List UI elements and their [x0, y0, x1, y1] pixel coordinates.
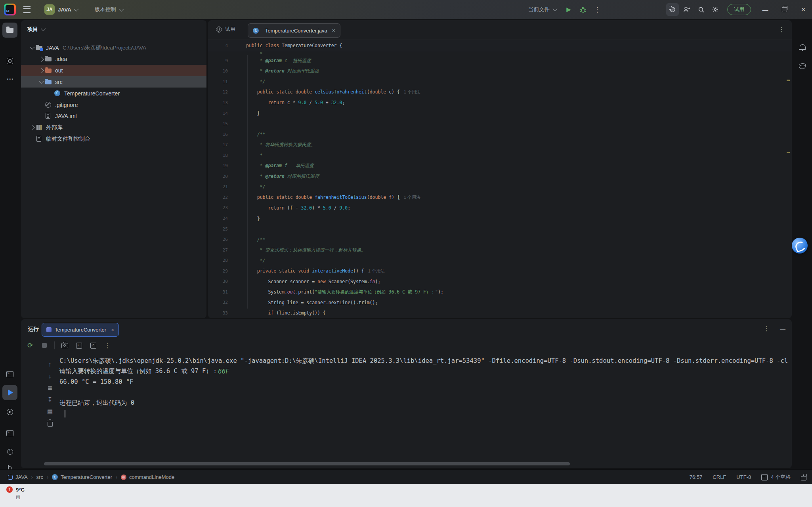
line-number[interactable]: 15 [208, 121, 233, 126]
code-line-23[interactable]: 23 return (f - 32.0) * 5.0 / 9.0; [208, 203, 792, 213]
caret-position[interactable]: 76:57 [690, 474, 703, 480]
settings-button[interactable] [709, 3, 722, 16]
more-run-actions-button[interactable]: ⋮ [591, 3, 604, 16]
tree-item-TemperatureConverter[interactable]: CTemperatureConverter [21, 88, 206, 99]
run-panel-hide-button[interactable]: — [780, 326, 785, 332]
code-line-21[interactable]: 21 */ [208, 182, 792, 193]
tree-item-.idea[interactable]: .idea [21, 53, 206, 65]
line-number[interactable]: 25 [208, 227, 233, 232]
line-number[interactable]: 14 [208, 111, 233, 116]
breadcrumb-item-JAVA[interactable]: JAVA [8, 474, 28, 480]
code-line-30[interactable]: 30 Scanner scanner = new Scanner(System.… [208, 276, 792, 287]
ai-assistant-button[interactable] [666, 3, 679, 16]
line-number[interactable]: 30 [208, 279, 233, 284]
code-line-26[interactable]: 26 /** [208, 234, 792, 245]
code-line-19[interactable]: 19 * @param f 华氏温度 [208, 161, 792, 172]
trial-badge[interactable]: 试用 [727, 4, 751, 15]
notifications-icon[interactable] [795, 40, 810, 55]
main-menu-button[interactable] [21, 3, 33, 16]
run-tool-icon[interactable] [2, 385, 17, 400]
code-line-18[interactable]: 18 * [208, 150, 792, 161]
line-number[interactable]: 9 [208, 58, 233, 63]
code-line-31[interactable]: 31 System.out.print("请输入要转换的温度与单位（例如 36.… [208, 287, 792, 297]
run-config-selector[interactable]: 当前文件 [528, 6, 557, 13]
open-in-editor-button[interactable] [88, 340, 98, 351]
scroll-up-button[interactable]: ↑ [44, 358, 56, 370]
print-button[interactable]: ▤ [44, 406, 56, 417]
line-number[interactable]: 29 [208, 269, 233, 274]
line-number[interactable]: 11 [208, 79, 233, 84]
line-number[interactable]: 4 [208, 43, 233, 48]
code-line-15[interactable]: 15 [208, 118, 792, 129]
code-line-28[interactable]: 28 */ [208, 255, 792, 266]
code-line-13[interactable]: 13 return c * 9.0 / 5.0 + 32.0; [208, 97, 792, 108]
breadcrumb-item-commandLineMode[interactable]: mcommandLineMode [121, 474, 174, 480]
tree-item-JAVA[interactable]: JAVAC:\Users\朱彦硕\IdeaProjects\JAVA [21, 42, 206, 53]
code-with-me-button[interactable] [680, 3, 693, 16]
line-number[interactable]: 28 [208, 258, 233, 263]
floating-assistant-button[interactable] [792, 238, 808, 254]
line-number[interactable]: 19 [208, 163, 233, 168]
line-number[interactable]: 24 [208, 216, 233, 221]
code-line-32[interactable]: 32 String line = scanner.nextLine().trim… [208, 297, 792, 308]
line-number[interactable]: 31 [208, 290, 233, 295]
tree-item-src[interactable]: src [21, 76, 206, 88]
services-tool-icon[interactable] [2, 404, 17, 419]
error-stripe-mark[interactable] [787, 80, 790, 81]
maximize-button[interactable] [776, 0, 793, 19]
project-panel-header[interactable]: 项目 [27, 26, 45, 33]
line-number[interactable]: 16 [208, 132, 233, 137]
console-output[interactable]: C:\Users\朱彦硕\.jdks\openjdk-25.0.2\bin\ja… [59, 356, 788, 460]
tree-item-临时文件和控制台[interactable]: 临时文件和控制台 [21, 133, 206, 145]
code-line-20[interactable]: 20 * @return 对应的摄氏温度 [208, 171, 792, 182]
code-line-partial[interactable]: * [208, 52, 792, 55]
scroll-down-button[interactable]: ↓ [44, 370, 56, 382]
thread-dump-button[interactable] [59, 340, 70, 351]
line-number[interactable]: 13 [208, 100, 233, 105]
line-number[interactable]: 20 [208, 174, 233, 179]
code-line-9[interactable]: 9 * @param c 摄氏温度 [208, 55, 792, 66]
code-line-25[interactable]: 25 [208, 224, 792, 234]
code-line-16[interactable]: 16 /** [208, 129, 792, 140]
line-number[interactable]: 21 [208, 184, 233, 189]
chevron-down-icon[interactable] [37, 81, 45, 83]
code-line-27[interactable]: 27 * 交互式模式：从标准输入读取一行，解析并转换。 [208, 245, 792, 255]
project-tool-icon[interactable] [2, 23, 17, 38]
line-number[interactable]: 33 [208, 311, 233, 316]
stop-button[interactable] [39, 340, 50, 351]
more-tools-icon[interactable]: ⋯ [2, 71, 17, 86]
chevron-right-icon[interactable] [37, 57, 45, 61]
line-number[interactable]: 26 [208, 237, 233, 242]
minimize-button[interactable]: — [757, 0, 774, 19]
problems-tool-icon[interactable] [2, 444, 17, 459]
tree-item-out[interactable]: out [21, 65, 206, 76]
project-selector[interactable]: JA JAVA [44, 4, 78, 15]
code-line-33[interactable]: 33 if (line.isEmpty()) { [208, 308, 792, 318]
error-stripe-mark[interactable] [787, 152, 790, 153]
line-separator[interactable]: CRLF [713, 474, 726, 480]
close-button[interactable]: × [795, 0, 812, 19]
tree-item-.gitignore[interactable]: .gitignore [21, 99, 206, 111]
code-line-4[interactable]: 4public class TemperatureConverter { [208, 40, 792, 51]
line-number[interactable]: 12 [208, 90, 233, 95]
rerun-button[interactable]: ⟳ [25, 340, 35, 351]
trial-tab[interactable]: 试用 [216, 26, 235, 33]
debug-button[interactable] [577, 3, 589, 16]
breadcrumb-item-src[interactable]: src [36, 474, 43, 480]
build-tool-icon[interactable] [2, 366, 17, 381]
search-everywhere-button[interactable] [695, 3, 707, 16]
code-line-11[interactable]: 11 */ [208, 76, 792, 87]
code-line-17[interactable]: 17 * 将华氏度转换为摄氏度。 [208, 139, 792, 150]
run-tab-close-icon[interactable]: × [111, 327, 114, 333]
database-tool-icon[interactable] [795, 59, 810, 74]
line-number[interactable]: 23 [208, 205, 233, 210]
clear-button[interactable] [44, 417, 56, 429]
tab-options-button[interactable]: ⋮ [778, 26, 785, 33]
run-panel-more-button[interactable]: ⋮ [763, 325, 770, 332]
run-panel-title[interactable]: 运行 [28, 326, 39, 333]
breadcrumb-item-TemperatureConverter[interactable]: CTemperatureConverter [52, 474, 112, 480]
scroll-to-end-button[interactable]: ↧ [44, 394, 56, 406]
run-button[interactable]: ▶ [562, 3, 575, 16]
code-line-10[interactable]: 10 * @return 对应的华氏温度 [208, 66, 792, 77]
tab-close-icon[interactable]: × [332, 27, 335, 34]
